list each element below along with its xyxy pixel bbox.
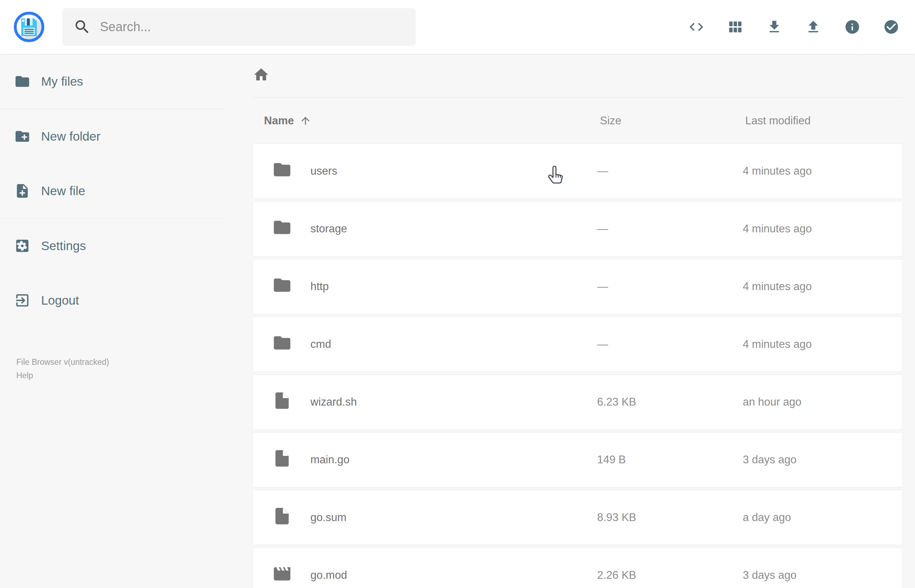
sidebar-item-label: New file (41, 184, 85, 198)
sidebar-item-new-file[interactable]: New file (0, 164, 224, 218)
sort-ascending-icon (299, 115, 312, 127)
file-row[interactable]: http — 4 minutes ago (253, 259, 903, 314)
file-row[interactable]: cmd — 4 minutes ago (253, 317, 903, 372)
folder-icon (272, 218, 292, 237)
file-row[interactable]: main.go 149 B 3 days ago (253, 432, 903, 488)
file-size: — (597, 338, 743, 351)
switch-view-button[interactable] (727, 19, 744, 35)
file-listing: Name Size Last modified users — 4 minute… (224, 54, 915, 588)
column-header-name[interactable]: Name (253, 115, 597, 127)
file-size: — (597, 223, 743, 235)
file-size: — (597, 165, 743, 178)
breadcrumb (253, 54, 903, 97)
column-header-modified[interactable]: Last modified (743, 115, 903, 127)
file-modified: 4 minutes ago (743, 280, 902, 293)
home-icon (253, 66, 270, 83)
file-name: go.sum (310, 511, 347, 524)
file-modified: a day ago (743, 511, 902, 524)
file-browser-app: Search... (0, 0, 915, 588)
file-name: http (310, 280, 329, 293)
file-row[interactable]: go.sum 8.93 KB a day ago (253, 490, 903, 545)
header: Search... (0, 0, 915, 54)
file-name: storage (310, 223, 347, 235)
file-icon (272, 448, 292, 468)
file-modified: an hour ago (743, 396, 902, 409)
file-modified: 4 minutes ago (743, 165, 902, 178)
folder-icon (272, 275, 292, 295)
help-link[interactable]: Help (16, 369, 33, 382)
select-multiple-button[interactable] (883, 19, 899, 35)
search-bar[interactable]: Search... (62, 8, 416, 46)
file-name: wizard.sh (310, 396, 357, 409)
download-button[interactable] (766, 19, 782, 35)
page-body: My files New folder New file Settings Lo… (0, 54, 915, 588)
file-row[interactable]: users — 4 minutes ago (253, 144, 903, 199)
search-placeholder: Search... (100, 19, 151, 34)
file-icon (272, 506, 292, 526)
home-button[interactable] (253, 66, 270, 83)
file-modified: 3 days ago (743, 569, 902, 582)
new-folder-icon (14, 128, 31, 145)
open-file-editor-button[interactable] (688, 19, 705, 35)
sidebar: My files New folder New file Settings Lo… (0, 54, 224, 588)
file-name: go.mod (310, 569, 347, 582)
table-header: Name Size Last modified (253, 98, 903, 144)
file-size: 149 B (597, 453, 743, 466)
folder-icon (272, 333, 292, 353)
file-row[interactable]: wizard.sh 6.23 KB an hour ago (253, 375, 903, 430)
column-header-size[interactable]: Size (597, 115, 743, 127)
file-size: 8.93 KB (597, 511, 743, 524)
file-modified: 3 days ago (743, 453, 902, 466)
upload-button[interactable] (805, 19, 821, 35)
sidebar-item-my-files[interactable]: My files (0, 54, 224, 109)
info-icon (844, 19, 860, 35)
file-modified: 4 minutes ago (743, 223, 902, 235)
file-list: users — 4 minutes ago storage — 4 minute… (253, 144, 903, 588)
search-icon (73, 18, 91, 36)
file-row[interactable]: go.mod 2.26 KB 3 days ago (253, 548, 903, 588)
file-size: — (597, 280, 743, 293)
sidebar-item-label: My files (41, 74, 83, 89)
sidebar-footer: File Browser v(untracked) Help (0, 355, 224, 382)
code-icon (688, 19, 705, 35)
file-icon (272, 391, 292, 410)
sidebar-item-settings[interactable]: Settings (0, 218, 224, 273)
sidebar-item-label: Logout (41, 293, 79, 307)
file-size: 2.26 KB (597, 569, 743, 582)
movie-icon (272, 564, 292, 584)
folder-icon (272, 160, 292, 179)
logout-icon (14, 292, 31, 309)
sidebar-item-new-folder[interactable]: New folder (0, 109, 224, 164)
file-name: main.go (310, 453, 349, 466)
grid-icon (727, 19, 744, 35)
sidebar-item-logout[interactable]: Logout (0, 273, 224, 328)
settings-icon (14, 237, 31, 254)
check-circle-icon (883, 19, 899, 35)
download-icon (766, 19, 782, 35)
folder-icon (14, 73, 31, 90)
upload-icon (805, 19, 821, 35)
file-size: 6.23 KB (597, 396, 743, 409)
file-modified: 4 minutes ago (743, 338, 902, 351)
file-name: users (310, 165, 337, 178)
new-file-icon (14, 183, 31, 199)
file-row[interactable]: storage — 4 minutes ago (253, 201, 903, 257)
logo-button[interactable] (12, 10, 46, 44)
info-button[interactable] (844, 19, 860, 35)
sidebar-item-label: Settings (41, 239, 86, 253)
sidebar-item-label: New folder (41, 129, 100, 144)
version-text: File Browser v(untracked) (16, 355, 224, 369)
actions-toolbar (688, 19, 915, 35)
file-name: cmd (310, 338, 331, 351)
file-browser-logo-icon (12, 10, 46, 44)
